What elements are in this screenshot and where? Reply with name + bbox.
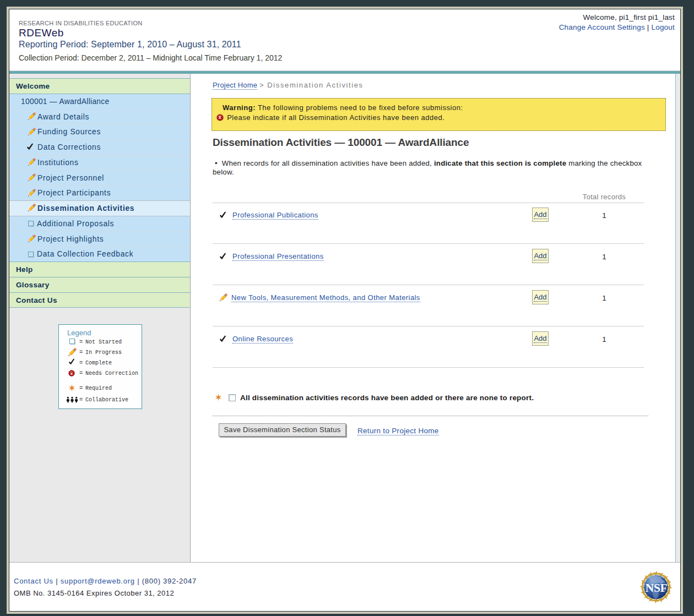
svg-text:NSF: NSF bbox=[646, 581, 668, 595]
